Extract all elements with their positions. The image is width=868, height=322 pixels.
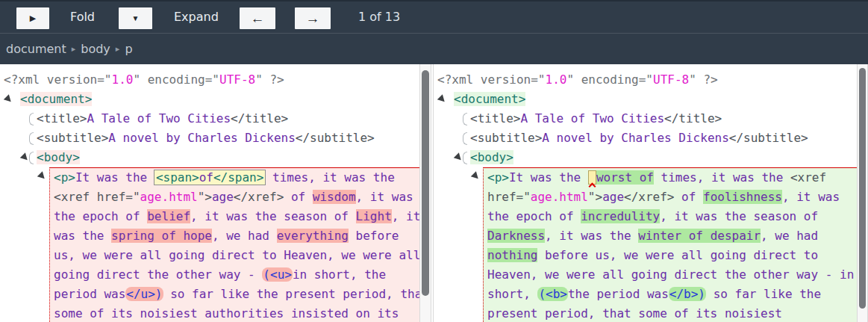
- code-segment: , we had: [212, 229, 277, 243]
- code-segment: wisdom: [313, 190, 356, 204]
- code-segment: </xref>: [234, 190, 284, 204]
- code-segment: <title>: [470, 111, 520, 126]
- code-segment: present period, that some of its noisies…: [487, 306, 782, 321]
- code-segment: <title>: [37, 111, 87, 126]
- code-segment: before: [349, 229, 399, 243]
- right-scrollbar-track[interactable]: [857, 64, 868, 322]
- selected-diff: <span>of</span>: [154, 170, 266, 185]
- code-segment: times, it was the: [654, 170, 790, 185]
- code-segment: <xref: [790, 170, 826, 185]
- code-segment: , it was the season of: [190, 209, 356, 223]
- code-segment: ">: [588, 190, 602, 204]
- code-segment: so far like the: [706, 287, 821, 301]
- code-segment: (<b>: [537, 287, 568, 301]
- change-counter: 1 of 13: [358, 1, 400, 34]
- right-source-pane[interactable]: <?xml version="1.0" encoding="UTF-8" ?><…: [433, 64, 857, 322]
- code-segment: age: [602, 190, 624, 204]
- previous-change-button[interactable]: ←: [240, 7, 275, 29]
- expand-dropdown-button[interactable]: ▼: [119, 7, 152, 29]
- code-segment: <p>: [487, 170, 509, 185]
- code-segment: Light: [356, 209, 392, 223]
- fold-handle-icon[interactable]: [437, 94, 447, 104]
- code-segment: A novel by Charles Dickens: [542, 131, 728, 145]
- code-line: <title>A Tale of Two Cities</title>: [434, 109, 857, 129]
- code-line: <p>It was the worst of times, it was the…: [487, 168, 857, 188]
- breadcrumb: document▸body▸p: [0, 33, 868, 64]
- code-line: the epoch of incredulity, it was the sea…: [487, 207, 857, 226]
- fold-handle-icon[interactable]: [4, 94, 13, 104]
- breadcrumb-item-body[interactable]: body: [81, 42, 110, 56]
- fold-range-icon: [463, 132, 467, 145]
- code-segment: , it was: [356, 190, 413, 204]
- code-segment: <subtitle>: [470, 131, 542, 145]
- code-line: short, (<b>the period was</b>) so far li…: [487, 285, 857, 304]
- toolbar: ▶ Fold ▼ Expand ← → 1 of 13: [0, 0, 868, 33]
- code-segment: " ?>: [255, 72, 284, 87]
- code-segment: period was: [54, 287, 125, 301]
- code-line: some of its noisiest authorities insiste…: [54, 304, 419, 322]
- code-segment: of: [284, 190, 313, 204]
- code-segment: belief: [147, 209, 190, 223]
- arrow-left-icon: ←: [251, 10, 265, 27]
- code-segment: </title>: [664, 111, 722, 126]
- code-segment: <?xml version=": [4, 72, 112, 87]
- code-segment: href=": [487, 190, 531, 204]
- code-line: <body>: [434, 148, 857, 167]
- code-segment: (<u>: [262, 267, 293, 282]
- code-segment: 1.0: [546, 72, 567, 87]
- fold-button[interactable]: ▶: [16, 7, 49, 29]
- fold-label: Fold: [70, 1, 95, 34]
- code-segment: </b>): [669, 287, 706, 301]
- code-segment: of: [674, 190, 703, 204]
- arrow-right-icon: →: [306, 10, 320, 27]
- code-line: was the spring of hope, we had everythin…: [54, 226, 419, 246]
- code-segment: spring of hope: [111, 229, 212, 243]
- code-segment: A novel by Charles Dickens: [108, 131, 295, 145]
- fold-handle-icon[interactable]: [471, 171, 481, 181]
- code-segment: everything: [277, 229, 349, 243]
- code-segment: some of its noisiest authorities insiste…: [54, 306, 399, 321]
- code-segment: winter of despair: [638, 229, 761, 243]
- code-segment: times, it was the: [265, 170, 394, 185]
- code-segment: " encoding=": [566, 72, 653, 87]
- code-segment: UTF-8: [653, 72, 689, 87]
- code-segment: foolishness: [703, 190, 782, 204]
- code-segment: age.html: [140, 190, 198, 204]
- code-segment: going direct the other way -: [54, 267, 262, 282]
- xml-diff-window: ▶ Fold ▼ Expand ← → 1 of 13 document▸bod…: [0, 0, 868, 322]
- code-segment: in short, the: [293, 267, 386, 282]
- code-segment: <body>: [470, 150, 513, 164]
- fold-handle-icon[interactable]: [37, 171, 47, 181]
- code-segment: age.html: [531, 190, 588, 204]
- code-segment: was the: [54, 229, 111, 243]
- right-scrollbar-thumb[interactable]: [859, 68, 866, 309]
- code-segment: the epoch of: [487, 209, 581, 223]
- code-segment: so far like the present period, that: [163, 287, 420, 301]
- code-segment: It was the: [75, 170, 154, 185]
- left-source-pane[interactable]: <?xml version="1.0" encoding="UTF-8" ?><…: [0, 64, 419, 322]
- code-line: <document>: [0, 90, 419, 109]
- code-segment: <body>: [37, 150, 80, 164]
- code-segment: , it was the season of: [660, 209, 818, 223]
- fold-range-icon: [29, 132, 34, 145]
- fold-range-icon: [29, 113, 34, 126]
- code-segment: of: [199, 170, 213, 185]
- code-segment: , we had: [761, 229, 818, 243]
- left-scrollbar-thumb[interactable]: [422, 70, 429, 296]
- left-scrollbar-track[interactable]: [419, 64, 431, 322]
- code-segment: short,: [487, 287, 537, 301]
- code-segment: </span>: [213, 170, 263, 185]
- triangle-down-icon: ▼: [132, 14, 140, 22]
- expand-label: Expand: [174, 1, 219, 34]
- code-segment: </u>): [125, 287, 163, 301]
- fold-range-icon: [29, 152, 34, 164]
- code-segment: <?xml version=": [437, 72, 546, 87]
- code-line: href="age.html">age</xref> of foolishnes…: [487, 188, 857, 207]
- breadcrumb-item-p[interactable]: p: [125, 42, 132, 56]
- next-change-button[interactable]: →: [295, 7, 331, 29]
- breadcrumb-item-document[interactable]: document: [6, 42, 66, 56]
- changed-block: <p>It was the <span>of</span> times, it …: [49, 167, 419, 322]
- code-segment: </xref>: [624, 190, 674, 204]
- insertion-marker-icon: [589, 171, 596, 184]
- code-segment: worst of: [596, 170, 654, 185]
